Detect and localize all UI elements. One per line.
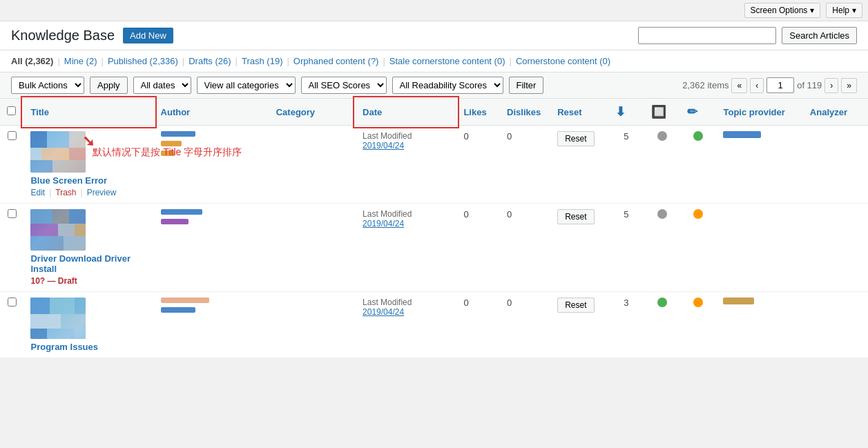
filter-drafts[interactable]: Drafts (26) xyxy=(189,56,231,66)
table-row: ➘ 默认情况下是按 Title 字母升序排序 Blue Screen Error… xyxy=(0,126,868,204)
page-title: Knowledge Base xyxy=(11,28,115,43)
row1-dislikes-cell: 0 xyxy=(500,126,550,204)
row1-edit-link[interactable]: Edit xyxy=(30,188,45,197)
row3-author-cell xyxy=(154,292,269,358)
readability-scores-select[interactable]: All Readability Scores xyxy=(392,77,503,94)
row2-date-value[interactable]: 2019/04/24 xyxy=(363,219,450,228)
row2-topic-cell xyxy=(716,204,802,292)
topic-col-label: Topic provider xyxy=(723,107,784,117)
help-chevron-icon: ▾ xyxy=(852,6,856,15)
prev-page-button[interactable]: ‹ xyxy=(750,78,764,93)
row1-date-cell: Last Modified 2019/04/24 xyxy=(356,126,456,204)
row2-seo-dot xyxy=(657,209,667,219)
col-header-icon3: ✏ xyxy=(680,99,716,126)
select-all-checkbox[interactable] xyxy=(7,106,16,115)
row1-dot2-cell xyxy=(680,126,716,204)
row3-title-cell: Program Issues xyxy=(23,292,153,358)
row1-count-cell: 5 xyxy=(608,126,644,204)
row1-topic-bar xyxy=(723,131,761,138)
last-page-button[interactable]: » xyxy=(841,78,857,93)
row1-checkbox-cell xyxy=(0,126,23,204)
row2-checkbox[interactable] xyxy=(8,209,17,218)
filter-button[interactable]: Filter xyxy=(509,77,544,94)
dislikes-col-label: Dislikes xyxy=(507,107,541,117)
items-count: 2,362 items xyxy=(682,80,729,90)
col-header-likes: Likes xyxy=(456,99,500,126)
filter-cornerstone[interactable]: Cornerstone content (0) xyxy=(516,56,610,66)
row1-trash-link[interactable]: Trash xyxy=(55,188,76,197)
row3-title-link[interactable]: Program Issues xyxy=(30,342,98,352)
row1-category-cell xyxy=(269,126,356,204)
toolbar: Bulk Actions Apply All dates View all ca… xyxy=(0,72,868,99)
row2-title-link[interactable]: Driver Download Driver Install xyxy=(30,253,131,274)
row2-title-cell: Driver Download Driver Install 10? — Dra… xyxy=(23,204,153,292)
row1-readability-dot xyxy=(693,131,703,141)
row1-dislikes: 0 xyxy=(507,131,512,142)
help-label: Help xyxy=(832,6,849,15)
col-header-author[interactable]: Author xyxy=(154,99,269,126)
help-button[interactable]: Help ▾ xyxy=(826,3,862,18)
row1-topic-cell xyxy=(716,126,802,204)
filter-published[interactable]: Published (2,336) xyxy=(108,56,178,66)
col-header-category: Category xyxy=(269,99,356,126)
row3-checkbox[interactable] xyxy=(8,298,17,306)
col-header-dislikes: Dislikes xyxy=(500,99,550,126)
search-input[interactable] xyxy=(638,27,776,44)
row1-reset-button[interactable]: Reset xyxy=(557,131,594,146)
add-new-button[interactable]: Add New xyxy=(123,28,173,43)
first-page-button[interactable]: « xyxy=(731,78,747,93)
col-header-topic: Topic provider xyxy=(716,99,802,126)
row1-title-link[interactable]: Blue Screen Error xyxy=(30,175,107,186)
likes-col-label: Likes xyxy=(463,107,486,117)
col-header-date[interactable]: Date xyxy=(356,99,456,126)
date-col-label: Date xyxy=(363,107,382,117)
row1-likes-cell: 0 xyxy=(456,126,500,204)
seo-scores-select[interactable]: All SEO Scores xyxy=(301,77,387,94)
next-page-button[interactable]: › xyxy=(824,78,838,93)
total-pages: of 119 xyxy=(797,80,822,90)
row1-title-cell: ➘ 默认情况下是按 Title 字母升序排序 Blue Screen Error… xyxy=(23,126,153,204)
bulk-actions-select[interactable]: Bulk Actions xyxy=(11,77,84,94)
table-row: Program Issues Last Modified 2019/04/24 … xyxy=(0,292,868,358)
screen-options-button[interactable]: Screen Options ▾ xyxy=(744,3,821,18)
page-number-input[interactable] xyxy=(766,77,794,93)
apply-button[interactable]: Apply xyxy=(90,77,128,94)
filter-mine[interactable]: Mine (2) xyxy=(64,56,97,66)
row1-seo-dot xyxy=(657,131,667,141)
row3-topic-cell xyxy=(716,292,802,358)
row3-reset-button[interactable]: Reset xyxy=(557,298,594,313)
dates-select[interactable]: All dates xyxy=(133,77,191,94)
categories-select[interactable]: View all categories xyxy=(197,77,296,94)
row2-dislikes-cell: 0 xyxy=(500,204,550,292)
row1-analyzer-cell xyxy=(803,126,868,204)
row1-date-value[interactable]: 2019/04/24 xyxy=(363,141,450,150)
category-col-label: Category xyxy=(276,107,315,117)
row2-count-cell: 5 xyxy=(608,204,644,292)
row2-category-cell xyxy=(269,204,356,292)
row3-likes: 0 xyxy=(463,298,468,308)
row3-topic-bar xyxy=(723,298,754,304)
filter-all[interactable]: All (2,362) xyxy=(11,56,53,66)
row1-preview-link[interactable]: Preview xyxy=(87,188,117,197)
row3-date-value[interactable]: 2019/04/24 xyxy=(363,307,450,317)
row3-dot2-cell xyxy=(680,292,716,358)
col-header-icon1: ⬇ xyxy=(608,99,644,126)
row2-date-cell: Last Modified 2019/04/24 xyxy=(356,204,456,292)
row3-dislikes-cell: 0 xyxy=(500,292,550,358)
row3-category-cell xyxy=(269,292,356,358)
row2-count: 5 xyxy=(624,209,628,220)
row2-reset-button[interactable]: Reset xyxy=(557,209,594,224)
filter-stale[interactable]: Stale cornerstone content (0) xyxy=(389,56,505,66)
col-header-title[interactable]: Title xyxy=(23,99,153,126)
filter-trash[interactable]: Trash (19) xyxy=(242,56,282,66)
row1-checkbox[interactable] xyxy=(8,131,17,140)
filter-orphaned[interactable]: Orphaned content (?) xyxy=(293,56,379,66)
reset-col-label: Reset xyxy=(557,107,581,117)
row3-readability-dot xyxy=(693,298,703,307)
row3-author-placeholder xyxy=(161,298,262,313)
row3-date-cell: Last Modified 2019/04/24 xyxy=(356,292,456,358)
row1-likes: 0 xyxy=(463,131,468,142)
row2-date-modified: Last Modified xyxy=(363,209,450,219)
search-articles-button[interactable]: Search Articles xyxy=(782,27,857,44)
row3-seo-dot xyxy=(657,298,667,307)
